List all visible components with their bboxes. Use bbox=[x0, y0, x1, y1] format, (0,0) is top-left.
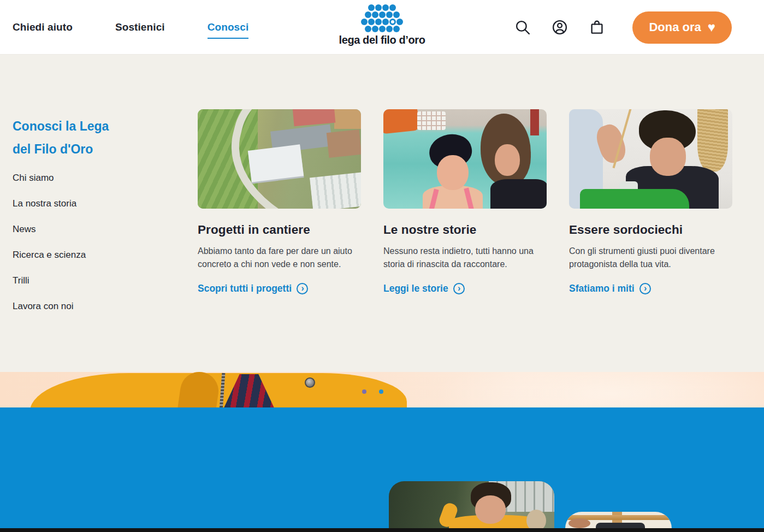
card-link-scopri-tutti-i-progetti[interactable]: Scopri tutti i progetti › bbox=[198, 283, 361, 294]
child-in-yellow-jacket-photo bbox=[389, 481, 554, 528]
construction-dirt-shape bbox=[334, 109, 361, 129]
blue-content-section bbox=[0, 407, 764, 528]
red-pole-shape bbox=[530, 109, 539, 135]
card-title: Le nostre storie bbox=[383, 223, 547, 237]
logo[interactable]: lega del filo d’oro bbox=[330, 4, 434, 46]
mega-menu-links: Chi siamo La nostra storia News Ricerca … bbox=[13, 173, 149, 312]
nav-label: Chiedi aiuto bbox=[13, 21, 73, 33]
menu-item-chi-siamo[interactable]: Chi siamo bbox=[13, 173, 149, 184]
main-nav: Chiedi aiuto Sostienici Conosci bbox=[13, 0, 248, 55]
card-image-campus-aerial[interactable] bbox=[198, 109, 361, 209]
menu-item-trilli[interactable]: Trilli bbox=[13, 275, 149, 286]
heart-icon: ♥ bbox=[708, 21, 715, 34]
man-face-shape bbox=[650, 138, 686, 176]
header-actions: Dona ora ♥ bbox=[513, 0, 732, 55]
card-link-label: Sfatiamo i miti bbox=[569, 283, 635, 294]
carousel-dot-2[interactable] bbox=[379, 389, 383, 394]
lega-del-filo-doro-site: Conosci la Lega del Filo d'Oro Chi siamo… bbox=[0, 0, 764, 532]
white-building-shape bbox=[248, 144, 304, 182]
conosci-mega-menu-panel: Conosci la Lega del Filo d'Oro Chi siamo… bbox=[0, 55, 764, 372]
background-glow bbox=[420, 372, 764, 407]
menu-item-ricerca-e-scienza[interactable]: Ricerca e scienza bbox=[13, 250, 149, 261]
circle-arrow-icon: › bbox=[453, 283, 465, 294]
card-le-nostre-storie: Le nostre storie Nessuno resta indietro,… bbox=[383, 109, 547, 294]
nav-conosci[interactable]: Conosci bbox=[208, 21, 249, 33]
circle-arrow-icon: › bbox=[639, 283, 651, 294]
woman-face-shape bbox=[495, 144, 520, 176]
fur-hood-shape bbox=[526, 510, 546, 528]
menu-item-lavora-con-noi[interactable]: Lavora con noi bbox=[13, 301, 149, 312]
child-face-shape bbox=[475, 495, 506, 524]
pool-art bbox=[383, 109, 547, 209]
card-link-leggi-le-storie[interactable]: Leggi le storie › bbox=[383, 283, 547, 294]
card-link-sfatiamo-i-miti[interactable]: Sfatiamo i miti › bbox=[569, 283, 732, 294]
card-link-label: Scopri tutti i progetti bbox=[198, 283, 292, 294]
carousel-dots bbox=[362, 389, 383, 394]
card-image-pool[interactable] bbox=[383, 109, 547, 209]
account-icon[interactable] bbox=[550, 18, 569, 37]
active-nav-underline bbox=[208, 38, 249, 39]
bottom-dark-strip bbox=[0, 528, 764, 532]
nav-label: Conosci bbox=[208, 21, 249, 33]
brown-building-shape bbox=[327, 129, 361, 158]
mega-menu-cards: Progetti in cantiere Abbiamo tanto da fa… bbox=[198, 109, 732, 294]
workshop-art bbox=[569, 109, 732, 209]
wooden-ladder-photo bbox=[565, 512, 672, 528]
menu-item-la-nostra-storia[interactable]: La nostra storia bbox=[13, 198, 149, 209]
card-link-label: Leggi le storie bbox=[383, 283, 448, 294]
dona-ora-button[interactable]: Dona ora ♥ bbox=[632, 11, 732, 44]
snap-button-shape bbox=[305, 377, 315, 388]
mega-menu-side-nav: Conosci la Lega del Filo d'Oro Chi siamo… bbox=[13, 115, 149, 327]
hand-shape bbox=[568, 518, 590, 528]
basket-shape bbox=[417, 111, 446, 130]
card-description: Abbiamo tanto da fare per dare un aiuto … bbox=[198, 245, 361, 271]
woman-wetsuit-shape bbox=[490, 179, 547, 209]
logo-text: lega del filo d’oro bbox=[330, 34, 434, 46]
card-description: Con gli strumenti giusti puoi diventare … bbox=[569, 245, 732, 271]
circle-arrow-icon: › bbox=[297, 283, 308, 294]
search-icon[interactable] bbox=[513, 18, 532, 37]
carousel-dot-1[interactable] bbox=[362, 389, 366, 394]
menu-item-news[interactable]: News bbox=[13, 224, 149, 235]
card-description: Nessuno resta indietro, tutti hanno una … bbox=[383, 245, 547, 271]
campus-art bbox=[198, 109, 361, 209]
nav-chiedi-aiuto[interactable]: Chiedi aiuto bbox=[13, 21, 73, 33]
card-title: Essere sordociechi bbox=[569, 223, 732, 237]
donate-label: Dona ora bbox=[649, 20, 701, 34]
mega-menu-heading: Conosci la Lega del Filo d'Oro bbox=[13, 115, 130, 161]
dark-object-shape bbox=[596, 523, 645, 528]
nav-label: Sostienici bbox=[115, 21, 165, 33]
warehouse-roofs-shape bbox=[310, 172, 361, 209]
nav-sostienici[interactable]: Sostienici bbox=[115, 21, 165, 33]
green-machine-shape bbox=[580, 189, 689, 209]
card-essere-sordociechi: Essere sordociechi Con gli strumenti giu… bbox=[569, 109, 732, 294]
swimmer-face-shape bbox=[437, 155, 469, 190]
logo-dots-icon bbox=[330, 4, 434, 32]
card-title: Progetti in cantiere bbox=[198, 223, 361, 237]
site-header: Chiedi aiuto Sostienici Conosci lega del… bbox=[0, 0, 764, 55]
bag-icon[interactable] bbox=[588, 18, 606, 37]
card-image-workshop[interactable] bbox=[569, 109, 732, 209]
orange-equipment-shape bbox=[383, 109, 419, 134]
card-progetti-in-cantiere: Progetti in cantiere Abbiamo tanto da fa… bbox=[198, 109, 361, 294]
